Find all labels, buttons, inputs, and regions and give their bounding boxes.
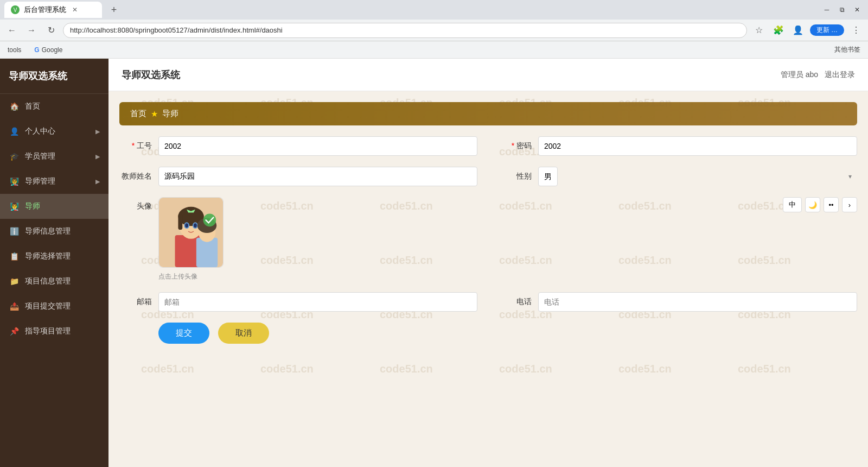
- forward-button[interactable]: →: [24, 23, 39, 38]
- wm-34: code51.cn: [499, 363, 552, 375]
- next-page-btn[interactable]: ›: [842, 197, 857, 212]
- page-size-select[interactable]: 中: [783, 197, 802, 212]
- extensions-btn[interactable]: 🧩: [771, 23, 786, 38]
- form-group-email: 邮箱: [119, 292, 477, 312]
- student-icon: 🎓: [9, 152, 20, 161]
- svg-point-9: [194, 223, 197, 228]
- email-input[interactable]: [158, 292, 477, 312]
- form-group-gender: 性别 男 女: [499, 167, 857, 186]
- svg-point-13: [203, 214, 216, 227]
- work-id-input[interactable]: [158, 136, 477, 156]
- sidebar-label-project-submit: 项目提交管理: [25, 301, 71, 311]
- reload-button[interactable]: ↻: [43, 23, 59, 38]
- window-controls: ─ ⧉ ✕: [820, 3, 864, 16]
- sidebar-label-mentor-select: 导师选择管理: [25, 251, 71, 261]
- sidebar-label-guide-project: 指导项目管理: [25, 326, 71, 336]
- other-bookmarks[interactable]: 其他书签: [831, 44, 864, 55]
- update-button[interactable]: 更新 …: [810, 24, 844, 36]
- address-bar[interactable]: http://localhost:8080/springboot05127/ad…: [63, 23, 747, 38]
- browser-toolbar: ← → ↻ http://localhost:8080/springboot05…: [0, 20, 868, 41]
- minimize-button[interactable]: ─: [820, 3, 833, 16]
- wm-32: code51.cn: [260, 363, 314, 375]
- page-size-label: 中: [789, 200, 796, 210]
- logout-button[interactable]: 退出登录: [825, 70, 855, 80]
- browser-chrome: V 后台管理系统 ✕ + ─ ⧉ ✕ ← → ↻ http://localhos…: [0, 0, 868, 59]
- sidebar-item-home[interactable]: 🏠 首页: [0, 94, 108, 119]
- sidebar-item-student[interactable]: 🎓 学员管理 ▶: [0, 144, 108, 169]
- mentor-icon: 👨‍🏫: [9, 177, 20, 186]
- sidebar: 导师双选系统 🏠 首页 👤 个人中心 ▶ 🎓 学员管理 ▶ 👨‍🏫 导师管理 ▶…: [0, 59, 108, 467]
- sidebar-item-mentor-info[interactable]: ℹ️ 导师信息管理: [0, 219, 108, 244]
- teacher-name-label: 教师姓名: [119, 172, 152, 181]
- menu-btn[interactable]: ⋮: [848, 23, 864, 38]
- breadcrumb-home[interactable]: 首页: [130, 109, 146, 119]
- svg-rect-4: [178, 214, 182, 230]
- other-bookmarks-label: 其他书签: [834, 45, 860, 54]
- gender-select[interactable]: 男 女: [538, 167, 558, 186]
- sidebar-label-personal: 个人中心: [25, 127, 55, 136]
- sidebar-item-daoshi[interactable]: 👨‍🏫 导师: [0, 194, 108, 219]
- tab-close-btn[interactable]: ✕: [71, 5, 79, 14]
- app-header: 导师双选系统 管理员 abo 退出登录: [108, 59, 868, 91]
- sidebar-item-project-submit[interactable]: 📤 项目提交管理: [0, 294, 108, 319]
- restore-button[interactable]: ⧉: [835, 3, 848, 16]
- admin-label: 管理员 abo: [781, 70, 818, 80]
- back-button[interactable]: ←: [4, 23, 20, 38]
- tools-label: tools: [8, 46, 21, 54]
- wm-35: code51.cn: [618, 363, 672, 375]
- phone-input[interactable]: [538, 292, 857, 312]
- mentor-info-icon: ℹ️: [9, 227, 20, 236]
- profile-btn[interactable]: 👤: [790, 23, 806, 38]
- sidebar-logo: 导师双选系统: [0, 59, 108, 94]
- teacher-name-input[interactable]: [158, 167, 477, 186]
- submit-button[interactable]: 提交: [158, 323, 209, 344]
- password-input[interactable]: [538, 136, 857, 156]
- sidebar-label-daoshi: 导师: [25, 201, 40, 211]
- google-label: Google: [42, 46, 63, 54]
- sidebar-item-project-info[interactable]: 📁 项目信息管理: [0, 269, 108, 294]
- gender-select-wrapper: 男 女: [538, 167, 857, 186]
- sidebar-item-mentor[interactable]: 👨‍🏫 导师管理 ▶: [0, 169, 108, 194]
- avatar-row: 头像: [119, 197, 857, 281]
- sidebar-label-home: 首页: [25, 102, 40, 111]
- header-right: 管理员 abo 退出登录: [781, 70, 855, 80]
- new-tab-button[interactable]: +: [106, 2, 122, 17]
- wm-31: code51.cn: [141, 363, 194, 375]
- bookmarks-bar: tools G Google 其他书签: [0, 41, 868, 59]
- avatar-upload-area[interactable]: [158, 197, 224, 268]
- avatar-upload-hint[interactable]: 点击上传头像: [158, 272, 197, 281]
- form-group-phone: 电话: [499, 292, 857, 312]
- sidebar-label-project-info: 项目信息管理: [25, 276, 71, 286]
- daoshi-icon: 👨‍🏫: [9, 202, 20, 211]
- password-label: 密码: [499, 141, 532, 151]
- breadcrumb-bar: 首页 ★ 导师: [119, 102, 857, 125]
- sidebar-item-guide-project[interactable]: 📌 指导项目管理: [0, 319, 108, 344]
- form-container: 工号 密码 教师姓名 性别: [119, 136, 857, 344]
- project-info-icon: 📁: [9, 277, 20, 286]
- sidebar-item-personal[interactable]: 👤 个人中心 ▶: [0, 119, 108, 144]
- close-button[interactable]: ✕: [851, 3, 864, 16]
- bookmark-google[interactable]: G Google: [31, 45, 66, 55]
- url-text: http://localhost:8080/springboot05127/ad…: [70, 26, 283, 34]
- cancel-button[interactable]: 取消: [218, 323, 269, 344]
- display-controls: 中 🌙 •• ›: [783, 197, 857, 212]
- sidebar-label-student: 学员管理: [25, 152, 55, 161]
- app-logo: 导师双选系统: [122, 68, 180, 81]
- svg-rect-10: [196, 238, 218, 267]
- bookmark-tools[interactable]: tools: [4, 45, 24, 55]
- mentor-arrow: ▶: [95, 178, 100, 185]
- sidebar-item-mentor-select[interactable]: 📋 导师选择管理: [0, 244, 108, 269]
- tab-title: 后台管理系统: [24, 5, 66, 15]
- dot-icon-btn[interactable]: ••: [824, 197, 839, 212]
- gender-label: 性别: [499, 172, 532, 181]
- bookmark-btn[interactable]: ☆: [751, 23, 767, 38]
- form-row-2: 教师姓名 性别 男 女: [119, 167, 857, 186]
- avatar-label: 头像: [119, 197, 152, 211]
- home-icon: 🏠: [9, 102, 20, 111]
- project-submit-icon: 📤: [9, 302, 20, 311]
- moon-icon-btn[interactable]: 🌙: [805, 197, 820, 212]
- email-label: 邮箱: [119, 297, 152, 307]
- browser-tab[interactable]: V 后台管理系统 ✕: [4, 2, 102, 18]
- phone-label: 电话: [499, 297, 532, 307]
- avatar-image: [159, 197, 223, 268]
